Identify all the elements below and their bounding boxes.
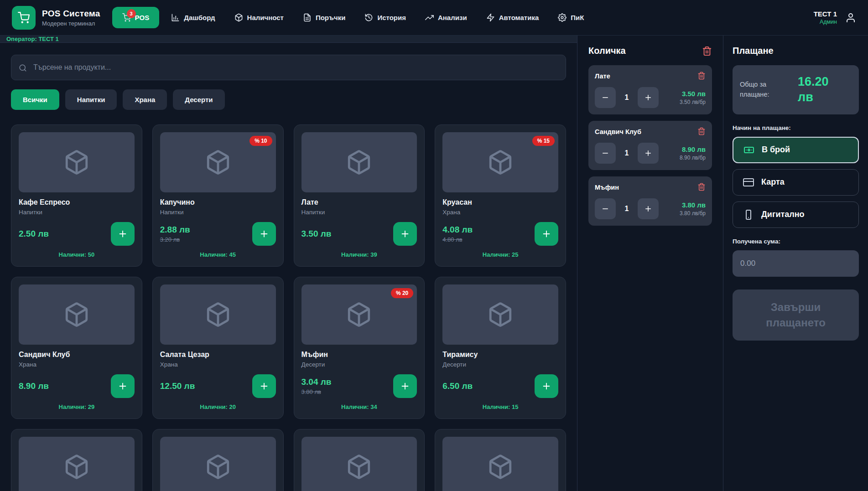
- credit-card-icon: [743, 177, 754, 188]
- add-to-cart-button[interactable]: [535, 222, 558, 246]
- add-to-cart-button[interactable]: [393, 374, 417, 398]
- remove-item-button[interactable]: [697, 127, 706, 135]
- nav-item-automation[interactable]: Автоматика: [479, 8, 546, 27]
- product-card[interactable]: Кафе Еспресо Напитки 2.50 лв Налични: 50: [11, 124, 142, 267]
- gear-icon: [558, 13, 567, 22]
- product-price: 12.50 лв: [160, 381, 195, 391]
- payment-methods: В брой Карта Дигитално: [733, 137, 859, 228]
- item-quantity: 1: [622, 205, 632, 213]
- product-card[interactable]: Тирамису Десерти 6.50 лв Налични: 15: [435, 277, 566, 419]
- search-input[interactable]: [11, 55, 566, 80]
- filter-food[interactable]: Храна: [123, 89, 167, 110]
- cart-item: Сандвич Клуб 1 8.90 лв 8.90 лв/бр: [588, 121, 712, 170]
- trash-icon: [702, 46, 712, 56]
- plus-icon: [400, 229, 410, 239]
- add-to-cart-button[interactable]: [535, 374, 558, 398]
- pay-method-cash[interactable]: В брой: [733, 137, 859, 163]
- product-category: Десерти: [301, 361, 417, 368]
- complete-payment-button[interactable]: Завърши плащането: [733, 289, 859, 341]
- product-stock: Налични: 34: [301, 403, 417, 411]
- product-card[interactable]: Сандвич Клуб Храна 8.90 лв Налични: 29: [11, 277, 142, 419]
- nav-item-history[interactable]: История: [357, 8, 413, 27]
- remove-item-button[interactable]: [697, 72, 706, 80]
- product-card[interactable]: % 20 Мъфин Десерти 3.04 лв 3.80 лв: [294, 277, 425, 419]
- product-card-partial[interactable]: [294, 429, 425, 491]
- add-to-cart-button[interactable]: [111, 222, 135, 246]
- search-icon: [19, 64, 27, 72]
- user-name: ТЕСТ 1: [814, 10, 837, 18]
- products-section: Оператор: ТЕСТ 1 Всички Напитки Храна Де…: [0, 36, 577, 491]
- brand: POS Система Модерен терминал: [12, 6, 100, 30]
- product-card[interactable]: Салата Цезар Храна 12.50 лв Налични: 20: [152, 277, 284, 419]
- received-amount-input[interactable]: [733, 250, 859, 277]
- filter-all[interactable]: Всички: [11, 89, 59, 110]
- product-category: Храна: [19, 361, 135, 368]
- filter-drinks[interactable]: Напитки: [65, 89, 117, 110]
- nav-item-inventory[interactable]: Наличност: [227, 8, 291, 27]
- add-to-cart-button[interactable]: [252, 374, 276, 398]
- app-subtitle: Модерен терминал: [42, 20, 100, 27]
- plus-icon: [400, 381, 410, 391]
- product-stock: Налични: 15: [442, 403, 558, 411]
- nav-item-pik[interactable]: ПиК: [551, 8, 591, 27]
- product-price: 3.50 лв: [301, 229, 332, 239]
- trash-icon: [697, 183, 706, 191]
- increase-qty-button[interactable]: [638, 143, 659, 164]
- pay-method-digital[interactable]: Дигитално: [733, 202, 859, 228]
- item-total-price: 3.50 лв: [680, 90, 706, 98]
- product-name: Сандвич Клуб: [19, 351, 135, 359]
- received-amount-label: Получена сума:: [733, 238, 859, 245]
- remove-item-button[interactable]: [697, 183, 706, 191]
- increase-qty-button[interactable]: [638, 87, 659, 108]
- trending-up-icon: [425, 13, 434, 22]
- item-unit-price: 3.80 лв/бр: [680, 210, 706, 217]
- total-box: Общо за плащане: 16.20 лв: [733, 65, 859, 114]
- product-stock: Налични: 20: [160, 403, 276, 411]
- package-icon: [487, 454, 514, 480]
- discount-badge: % 10: [249, 136, 272, 146]
- add-to-cart-button[interactable]: [393, 222, 417, 246]
- main-nav: 3 POS Дашборд Наличност Поръчки История …: [112, 7, 592, 28]
- item-quantity: 1: [622, 149, 632, 157]
- product-image-placeholder: [19, 284, 135, 345]
- add-to-cart-button[interactable]: [111, 374, 135, 398]
- filter-desserts[interactable]: Десерти: [173, 89, 224, 110]
- product-image-placeholder: [19, 437, 135, 491]
- user-icon[interactable]: [845, 12, 856, 23]
- package-icon: [346, 301, 372, 328]
- decrease-qty-button[interactable]: [595, 198, 616, 219]
- product-old-price: 4.80 лв: [442, 236, 473, 243]
- pay-method-card[interactable]: Карта: [733, 169, 859, 196]
- clear-cart-button[interactable]: [702, 46, 712, 56]
- nav-item-analytics[interactable]: Анализи: [418, 8, 474, 27]
- product-card[interactable]: % 10 Капучино Напитки 2.88 лв 3.20 лв: [152, 124, 284, 267]
- discount-badge: % 15: [532, 136, 555, 146]
- package-icon: [346, 149, 372, 176]
- nav-item-orders[interactable]: Поръчки: [296, 8, 353, 27]
- payment-title: Плащане: [733, 46, 859, 56]
- decrease-qty-button[interactable]: [595, 87, 616, 108]
- product-card[interactable]: % 15 Круасан Храна 4.08 лв 4.80 лв: [435, 124, 566, 267]
- cart-title: Количка: [588, 46, 626, 56]
- product-card-partial[interactable]: [152, 429, 284, 491]
- nav-item-dashboard[interactable]: Дашборд: [164, 8, 222, 27]
- product-name: Капучино: [160, 198, 276, 207]
- cart-item: Лате 1 3.50 лв 3.50 лв/бр: [588, 65, 712, 114]
- decrease-qty-button[interactable]: [595, 143, 616, 164]
- nav-item-pos[interactable]: 3 POS: [112, 7, 160, 28]
- product-card[interactable]: Лате Напитки 3.50 лв Налични: 39: [294, 124, 425, 267]
- product-price: 3.04 лв: [301, 377, 332, 387]
- add-to-cart-button[interactable]: [252, 222, 276, 246]
- cart-item-name: Сандвич Клуб: [595, 127, 641, 135]
- minus-icon: [601, 205, 609, 213]
- product-search: [11, 55, 566, 80]
- item-quantity: 1: [622, 93, 632, 102]
- product-price: 6.50 лв: [442, 381, 473, 391]
- product-card-partial[interactable]: [11, 429, 142, 491]
- package-icon: [63, 301, 90, 328]
- product-price: 2.50 лв: [19, 229, 49, 239]
- product-name: Лате: [301, 198, 417, 207]
- increase-qty-button[interactable]: [638, 198, 659, 219]
- product-card-partial[interactable]: [435, 429, 566, 491]
- product-image-placeholder: % 10: [160, 132, 276, 192]
